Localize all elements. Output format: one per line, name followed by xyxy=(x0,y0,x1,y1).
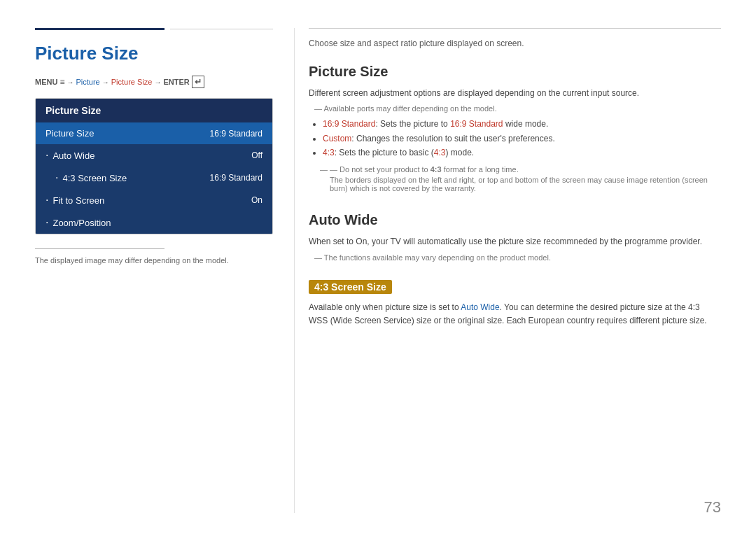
top-rule-light xyxy=(170,29,273,29)
picture-size-note: Available ports may differ depending on … xyxy=(314,104,721,113)
bullet-169-standard: 16:9 Standard: Sets the picture to 16:9 … xyxy=(323,117,721,131)
bullet-43-highlight: 4:3 xyxy=(434,148,446,157)
breadcrumb-menu: MENU ≡ xyxy=(35,77,64,87)
menu-item-zoom-label: · Zoom/Position xyxy=(46,217,111,228)
43-screen-dot: · xyxy=(55,172,58,183)
page-title: Picture Size xyxy=(35,43,273,64)
left-note: The displayed image may differ depending… xyxy=(35,256,273,265)
menu-item-picture-size-label: Picture Size xyxy=(46,128,94,139)
bullet-43: 4:3: Sets the picture to basic (4:3) mod… xyxy=(323,146,721,160)
menu-item-zoom-position[interactable]: · Zoom/Position xyxy=(36,211,272,234)
auto-wide-body: When set to On, your TV will automatical… xyxy=(309,235,721,248)
right-column: Choose size and aspect ratio picture dis… xyxy=(294,28,721,513)
menu-item-picture-size[interactable]: Picture Size 16:9 Standard xyxy=(36,122,272,144)
menu-item-43-label: · 4:3 Screen Size xyxy=(55,172,127,183)
menu-item-43-value: 16:9 Standard xyxy=(210,173,262,183)
section-divider-2 xyxy=(309,266,721,280)
picture-size-subnotes: — Do not set your product to 4:3 format … xyxy=(320,165,721,192)
bullet-custom-label: Custom xyxy=(323,134,351,143)
left-column: Picture Size MENU ≡ → Picture → Picture … xyxy=(35,28,294,513)
bullet-169-rest: wide mode. xyxy=(503,119,549,129)
auto-wide-note: The functions available may vary dependi… xyxy=(314,253,721,262)
fit-dot: · xyxy=(46,195,48,206)
menu-item-fit-to-screen[interactable]: · Fit to Screen On xyxy=(36,189,272,211)
bullet-169-label: 16:9 Standard xyxy=(323,119,375,129)
bullet-43-text: : Sets the picture to basic ( xyxy=(335,148,434,157)
bullet-custom-text: : Changes the resolution to suit the use… xyxy=(351,134,554,143)
picture-size-body: Different screen adjustment options are … xyxy=(309,87,721,100)
bullet-43-label: 4:3 xyxy=(323,148,335,157)
zoom-dot: · xyxy=(46,217,48,228)
breadcrumb-enter: ENTER ↵ xyxy=(163,77,204,87)
top-rule xyxy=(35,28,273,30)
43-screen-link: Auto Wide xyxy=(461,302,499,312)
bullet-43-rest: ) mode. xyxy=(445,148,474,157)
menu-item-43-screen-size[interactable]: · 4:3 Screen Size 16:9 Standard xyxy=(36,167,272,189)
menu-items: Picture Size 16:9 Standard · Auto Wide O… xyxy=(36,122,272,234)
section-title-auto-wide: Auto Wide xyxy=(309,212,721,228)
menu-item-picture-size-value: 16:9 Standard xyxy=(210,129,262,139)
section-title-picture-size: Picture Size xyxy=(309,64,721,80)
breadcrumb-picture: Picture xyxy=(76,78,99,86)
left-divider xyxy=(35,248,164,249)
bullet-169-highlight: 16:9 Standard xyxy=(450,119,503,129)
intro-text: Choose size and aspect ratio picture dis… xyxy=(309,38,721,48)
auto-wide-dot: · xyxy=(46,150,48,161)
subnote-2: The borders displayed on the left and ri… xyxy=(330,176,721,192)
section-divider-1 xyxy=(309,198,721,212)
right-top-rule xyxy=(309,28,721,29)
breadcrumb-picture-size: Picture Size xyxy=(111,78,153,86)
menu-item-fit-value: On xyxy=(251,195,262,205)
menu-header: Picture Size xyxy=(36,99,272,122)
subnote-1: — Do not set your product to 4:3 format … xyxy=(320,165,721,174)
page-number: 73 xyxy=(704,498,721,517)
breadcrumb-arrow-2: → xyxy=(102,78,109,86)
menu-item-fit-label: · Fit to Screen xyxy=(46,195,104,206)
bullet-custom: Custom: Changes the resolution to suit t… xyxy=(323,132,721,146)
top-rule-dark xyxy=(35,28,164,30)
breadcrumb-arrow-3: → xyxy=(154,78,161,86)
picture-size-bullets: 16:9 Standard: Sets the picture to 16:9 … xyxy=(323,117,721,160)
menu-box: Picture Size Picture Size 16:9 Standard … xyxy=(35,98,273,234)
menu-item-auto-wide-value: Off xyxy=(251,150,262,160)
breadcrumb-arrow-1: → xyxy=(66,78,74,86)
section-title-43-screen: 4:3 Screen Size xyxy=(309,280,392,294)
43-screen-body: Available only when picture size is set … xyxy=(309,301,721,328)
breadcrumb: MENU ≡ → Picture → Picture Size → ENTER … xyxy=(35,77,273,87)
bullet-169-text: : Sets the picture to xyxy=(375,119,450,129)
menu-item-auto-wide-label: · Auto Wide xyxy=(46,150,94,161)
menu-item-auto-wide[interactable]: · Auto Wide Off xyxy=(36,144,272,167)
